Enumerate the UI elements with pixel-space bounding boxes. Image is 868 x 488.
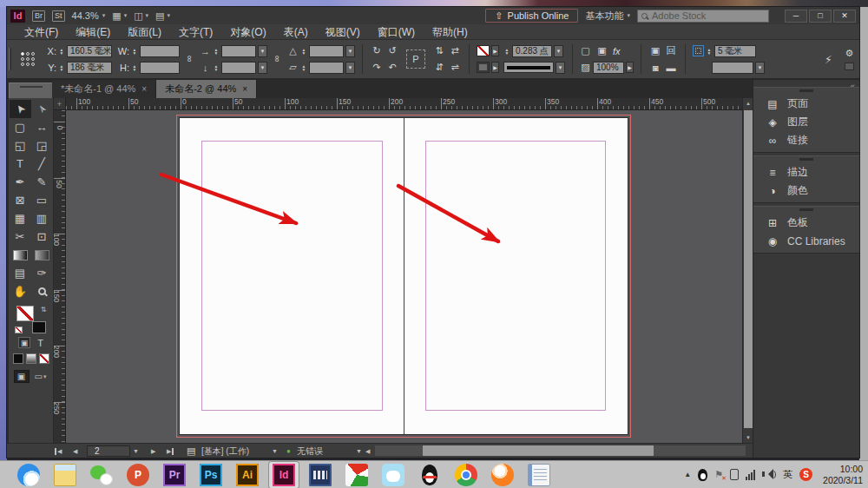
rectangle-tool[interactable]: ▭ (31, 191, 53, 209)
vertical-scroll-thumb[interactable] (744, 110, 753, 428)
taskbar-file-explorer[interactable] (50, 462, 80, 488)
horizontal-scroll-thumb[interactable] (423, 445, 654, 456)
apply-none-button[interactable] (39, 353, 49, 364)
publish-online-button[interactable]: ⇧ Publish Online (485, 9, 578, 23)
flip-horizontal-button[interactable]: ↷ (372, 62, 380, 73)
zoom-tool[interactable] (31, 282, 53, 300)
apply-gradient-button[interactable] (26, 353, 36, 364)
panel-grip[interactable] (799, 89, 813, 92)
menu-item[interactable]: 文件(F) (16, 24, 67, 40)
taskbar-indesign[interactable]: Id (269, 462, 299, 488)
document-tab[interactable]: 未命名-2 @ 44%× (156, 80, 257, 98)
horizontal-grid-tool[interactable]: ▦ (10, 209, 31, 228)
tools-panel-header[interactable] (9, 82, 54, 98)
taskbar-illustrator[interactable]: Ai (233, 462, 262, 488)
rotate-ccw-button[interactable]: ↺ (388, 45, 396, 56)
maximize-button[interactable]: □ (809, 10, 832, 23)
panel-tab-cc-libraries[interactable]: ◉CC Libraries (753, 232, 859, 250)
x-position-field[interactable]: 160.5 毫米 (67, 45, 112, 57)
panel-grip[interactable] (9, 48, 11, 70)
center-content-button[interactable]: ◙ (653, 63, 659, 73)
close-button[interactable]: ✕ (833, 10, 856, 23)
menu-item[interactable]: 表(A) (275, 24, 317, 40)
panel-tab-swatches[interactable]: ⊞色板 (753, 214, 859, 232)
taskbar-video-editor[interactable] (306, 462, 335, 488)
shear-angle-field[interactable] (309, 62, 344, 74)
zoom-level-dropdown[interactable]: 44.3% ▾ (72, 10, 106, 21)
menu-item[interactable]: 对象(O) (221, 24, 274, 40)
gradient-swatch-tool[interactable] (10, 246, 31, 264)
dropdown-arrow[interactable]: ▼ (755, 62, 765, 74)
stepper[interactable]: ▴▾ (503, 48, 510, 55)
status-dropdown-arrow[interactable]: ▼ (356, 448, 362, 454)
menu-item[interactable]: 视图(V) (317, 24, 369, 40)
first-page-button[interactable]: ◀ (55, 448, 62, 455)
quick-apply-icon[interactable]: ⚡ (825, 53, 832, 66)
next-page-button[interactable]: ▶ (151, 448, 155, 455)
minimize-button[interactable]: ─ (785, 10, 807, 23)
stepper[interactable]: ▴▾ (58, 48, 65, 55)
fill-color-swatch[interactable] (477, 62, 490, 73)
tray-expand[interactable]: ▲ (684, 471, 691, 478)
taskbar-notepad[interactable] (524, 462, 554, 488)
arrange-documents-dropdown[interactable]: ▤ ▾ (155, 10, 170, 22)
preset-dropdown-arrow[interactable]: ▼ (272, 448, 278, 454)
corner-shape-field[interactable] (712, 62, 753, 74)
panel-menu-icon[interactable] (845, 63, 854, 70)
align-icon-4[interactable]: ⇌ (450, 62, 458, 73)
gradient-feather-tool[interactable] (31, 246, 53, 264)
free-transform-tool[interactable]: ⊡ (31, 228, 53, 246)
document-tab[interactable]: *未命名-1 @ 44%× (52, 80, 156, 98)
opacity-field[interactable]: 100% (593, 62, 624, 74)
vertical-scrollbar[interactable]: ▲ ▼ (742, 98, 753, 443)
taskbar-powerpoint[interactable]: P (123, 462, 153, 488)
ruler-origin-corner[interactable]: + (54, 98, 66, 110)
taskbar-photoshop[interactable]: Ps (196, 462, 226, 488)
fx-button[interactable]: fx (613, 46, 621, 56)
direct-selection-tool[interactable]: ➢ (31, 100, 53, 118)
document-canvas[interactable] (66, 110, 742, 443)
qq-tray-icon[interactable] (698, 469, 707, 481)
rotation-angle-field[interactable] (309, 45, 344, 57)
workspace-switcher[interactable]: 基本功能 ▾ (585, 10, 630, 23)
page-number-field[interactable]: 2 (87, 445, 130, 457)
constrain-dimensions-link-icon[interactable]: ∞ (185, 54, 195, 65)
fill-frame-button[interactable]: ▬ (667, 63, 676, 73)
ime-indicator[interactable]: 英 (783, 468, 792, 481)
dropdown-arrow[interactable]: ▼ (258, 45, 267, 57)
menu-item[interactable]: 版面(L) (119, 24, 170, 40)
taskbar-sogou-browser[interactable] (488, 462, 517, 488)
stepper[interactable]: ▴▾ (213, 48, 220, 55)
taskbar-capture-tool[interactable] (342, 462, 372, 488)
stepper[interactable]: ▴▾ (706, 48, 713, 55)
scale-x-field[interactable] (221, 45, 256, 57)
type-tool[interactable]: T (10, 155, 31, 173)
vertical-grid-tool[interactable]: ▥ (31, 209, 53, 228)
reference-point-proxy[interactable] (21, 52, 36, 67)
horizontal-ruler[interactable]: 10050050100150200250300350400450500 (66, 98, 742, 110)
selection-tool[interactable]: ➤ (10, 100, 31, 118)
dropdown-arrow[interactable]: ▼ (345, 62, 355, 74)
previous-page-button[interactable]: ◀ (73, 448, 77, 455)
scroll-left-icon[interactable]: ◀ (365, 448, 370, 455)
rotate-cw-button[interactable]: ↻ (372, 45, 380, 56)
line-tool[interactable]: ╱ (31, 155, 53, 173)
scissors-tool[interactable]: ✂ (10, 228, 31, 246)
panel-tab-stroke[interactable]: ≡描边 (753, 163, 859, 181)
content-placer-tool[interactable]: ◲ (31, 136, 53, 155)
stepper[interactable]: ▴▾ (300, 64, 307, 71)
panel-tab-links[interactable]: ∞链接 (753, 131, 859, 149)
page-list-dropdown[interactable]: ▼ (133, 448, 139, 454)
stepper[interactable]: ▴▾ (58, 64, 65, 71)
menu-item[interactable]: 窗口(W) (369, 24, 424, 40)
taskbar-bilibili[interactable] (378, 462, 408, 488)
formatting-affects-container-button[interactable]: ▣ (18, 337, 30, 348)
network-signal-icon[interactable] (746, 470, 755, 480)
align-icon-3[interactable]: ⇵ (435, 62, 443, 73)
menu-item[interactable]: 文字(T) (170, 24, 221, 40)
last-page-button[interactable]: ▶ (167, 448, 174, 455)
dropdown-arrow[interactable]: ▼ (554, 45, 563, 57)
hand-tool[interactable]: ✋ (10, 282, 31, 300)
panel-tab-color[interactable]: ◑颜色 (753, 181, 859, 200)
dropdown-arrow[interactable]: ▼ (345, 45, 355, 57)
